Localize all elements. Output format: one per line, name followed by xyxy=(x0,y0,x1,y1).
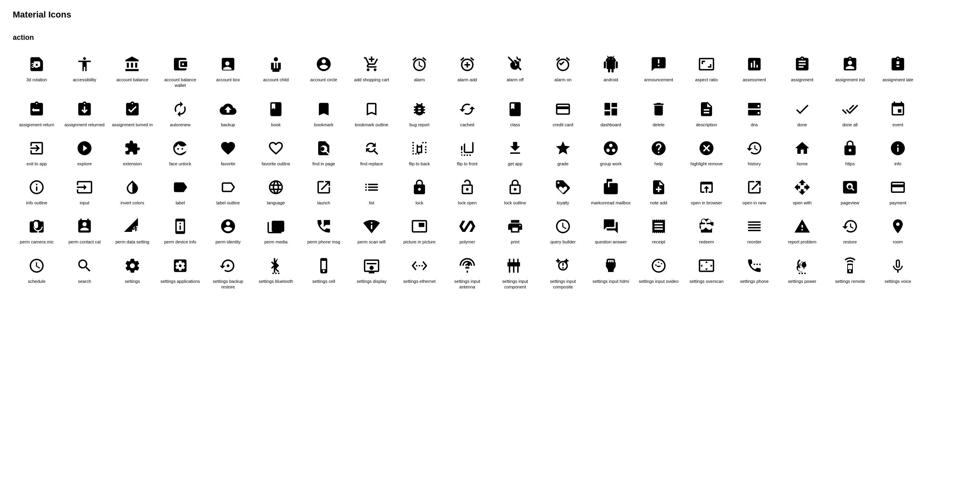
icon-item-reorder[interactable]: reorder xyxy=(730,212,778,251)
icon-item-receipt[interactable]: receipt xyxy=(635,212,683,251)
icon-item-class[interactable]: class xyxy=(491,95,539,134)
icon-item-invert-colors[interactable]: invert colors xyxy=(108,173,156,212)
icon-item-history[interactable]: history xyxy=(730,134,778,173)
icon-item-markunread-mailbox[interactable]: markunread mailbox xyxy=(587,173,635,212)
icon-item-settings-applications[interactable]: settings applications xyxy=(156,251,204,296)
icon-item-settings-input-hdmi[interactable]: settings input hdmi xyxy=(587,251,635,296)
icon-item-assignment[interactable]: assignment xyxy=(778,50,826,95)
icon-item-bookmark[interactable]: bookmark xyxy=(300,95,348,134)
icon-item-settings-bluetooth[interactable]: settings bluetooth xyxy=(252,251,300,296)
icon-item-settings-ethernet[interactable]: settings ethernet xyxy=(396,251,443,296)
icon-item-aspect-ratio[interactable]: aspect ratio xyxy=(683,50,730,95)
icon-item-open-with[interactable]: open with xyxy=(778,173,826,212)
icon-item-https[interactable]: https xyxy=(826,134,874,173)
icon-item-bug-report[interactable]: bug report xyxy=(396,95,443,134)
icon-item-polymer[interactable]: polymer xyxy=(443,212,491,251)
icon-item-question-answer[interactable]: question answer xyxy=(587,212,635,251)
icon-item-backup[interactable]: backup xyxy=(204,95,252,134)
icon-item-settings[interactable]: settings xyxy=(108,251,156,296)
icon-item-find-replace[interactable]: find replace xyxy=(348,134,396,173)
icon-item-assignment-late[interactable]: assignment late xyxy=(874,50,922,95)
icon-item-home[interactable]: home xyxy=(778,134,826,173)
icon-item-announcement[interactable]: announcement xyxy=(635,50,683,95)
icon-item-settings-voice[interactable]: settings voice xyxy=(874,251,922,296)
icon-item-find-in-page[interactable]: find in page xyxy=(300,134,348,173)
icon-item-account-balance[interactable]: account balance xyxy=(108,50,156,95)
icon-item-open-in-browser[interactable]: open in browser xyxy=(683,173,730,212)
icon-item-input[interactable]: input xyxy=(61,173,108,212)
icon-item-add-shopping-cart[interactable]: add shopping cart xyxy=(348,50,396,95)
icon-item-redeem[interactable]: redeem xyxy=(683,212,730,251)
icon-item-event[interactable]: event xyxy=(874,95,922,134)
icon-item-settings-display[interactable]: settings display xyxy=(348,251,396,296)
icon-item-help[interactable]: help xyxy=(635,134,683,173)
icon-item-payment[interactable]: payment xyxy=(874,173,922,212)
icon-item-account-balance-wallet[interactable]: account balance wallet xyxy=(156,50,204,95)
icon-item-assignment-returned[interactable]: assignment returned xyxy=(61,95,108,134)
icon-item-print[interactable]: print xyxy=(491,212,539,251)
icon-item-lock-outline[interactable]: lock outline xyxy=(491,173,539,212)
icon-item-language[interactable]: language xyxy=(252,173,300,212)
icon-item-grade[interactable]: grade xyxy=(539,134,587,173)
icon-item-info[interactable]: info xyxy=(874,134,922,173)
icon-item-account-child[interactable]: account child xyxy=(252,50,300,95)
icon-item-perm-data-setting[interactable]: perm data setting xyxy=(108,212,156,251)
icon-item-explore[interactable]: explore xyxy=(61,134,108,173)
icon-item-account-circle[interactable]: account circle xyxy=(300,50,348,95)
icon-item-done-all[interactable]: done all xyxy=(826,95,874,134)
icon-item-exit-to-app[interactable]: exit to app xyxy=(13,134,61,173)
icon-item-account-box[interactable]: account box xyxy=(204,50,252,95)
icon-item-perm-scan-wifi[interactable]: perm scan wifi xyxy=(348,212,396,251)
icon-item-done[interactable]: done xyxy=(778,95,826,134)
icon-item-settings-power[interactable]: settings power xyxy=(778,251,826,296)
icon-item-loyalty[interactable]: loyalty xyxy=(539,173,587,212)
icon-item-extension[interactable]: extension xyxy=(108,134,156,173)
icon-item-note-add[interactable]: note add xyxy=(635,173,683,212)
icon-item-settings-backup-restore[interactable]: settings backup restore xyxy=(204,251,252,296)
icon-item-settings-input-svideo[interactable]: settings input svideo xyxy=(635,251,683,296)
icon-item-highlight-remove[interactable]: highlight remove xyxy=(683,134,730,173)
icon-item-credit-card[interactable]: credit card xyxy=(539,95,587,134)
icon-item-favorite-outline[interactable]: favorite outline xyxy=(252,134,300,173)
icon-item-alarm-on[interactable]: alarm on xyxy=(539,50,587,95)
icon-item-schedule[interactable]: schedule xyxy=(13,251,61,296)
icon-item-pageview[interactable]: pageview xyxy=(826,173,874,212)
icon-item-alarm[interactable]: alarm xyxy=(396,50,443,95)
icon-item-bookmark-outline[interactable]: bookmark outline xyxy=(348,95,396,134)
icon-item-report-problem[interactable]: report problem xyxy=(778,212,826,251)
icon-item-restore[interactable]: restore xyxy=(826,212,874,251)
icon-item-alarm-off[interactable]: alarm off xyxy=(491,50,539,95)
icon-item-perm-camera-mic[interactable]: perm camera mic xyxy=(13,212,61,251)
icon-item-settings-input-antenna[interactable]: settings input antenna xyxy=(443,251,491,296)
icon-item-settings-cell[interactable]: settings cell xyxy=(300,251,348,296)
icon-item-group-work[interactable]: group work xyxy=(587,134,635,173)
icon-item-query-builder[interactable]: query builder xyxy=(539,212,587,251)
icon-item-android[interactable]: android xyxy=(587,50,635,95)
icon-item-assignment-ind[interactable]: assignment ind xyxy=(826,50,874,95)
icon-item-open-in-new[interactable]: open in new xyxy=(730,173,778,212)
icon-item-assignment-return[interactable]: assignment return xyxy=(13,95,61,134)
icon-item-autorenew[interactable]: autorenew xyxy=(156,95,204,134)
icon-item-perm-contact-cal[interactable]: perm contact cal xyxy=(61,212,108,251)
icon-item-delete[interactable]: delete xyxy=(635,95,683,134)
icon-item-lock[interactable]: lock xyxy=(396,173,443,212)
icon-item-label-outline[interactable]: label outline xyxy=(204,173,252,212)
icon-item-face-unlock[interactable]: face unlock xyxy=(156,134,204,173)
icon-item-settings-input-composite[interactable]: settings input composite xyxy=(539,251,587,296)
icon-item-flip-to-front[interactable]: flip to front xyxy=(443,134,491,173)
icon-item-settings-overscan[interactable]: settings overscan xyxy=(683,251,730,296)
icon-item-perm-phone-msg[interactable]: perm phone msg xyxy=(300,212,348,251)
icon-item-settings-input-component[interactable]: settings input component xyxy=(491,251,539,296)
icon-item-settings-remote[interactable]: settings remote xyxy=(826,251,874,296)
icon-item-dashboard[interactable]: dashboard xyxy=(587,95,635,134)
icon-item-dns[interactable]: dns xyxy=(730,95,778,134)
icon-item-perm-media[interactable]: perm media xyxy=(252,212,300,251)
icon-item-settings-phone[interactable]: settings phone xyxy=(730,251,778,296)
icon-item-picture-in-picture[interactable]: picture in picture xyxy=(396,212,443,251)
icon-item-perm-identity[interactable]: perm identity xyxy=(204,212,252,251)
icon-item-assessment[interactable]: assessment xyxy=(730,50,778,95)
icon-item-list[interactable]: list xyxy=(348,173,396,212)
icon-item-perm-device-info[interactable]: perm device info xyxy=(156,212,204,251)
icon-item-cached[interactable]: cached xyxy=(443,95,491,134)
icon-item-accessibility[interactable]: accessibility xyxy=(61,50,108,95)
